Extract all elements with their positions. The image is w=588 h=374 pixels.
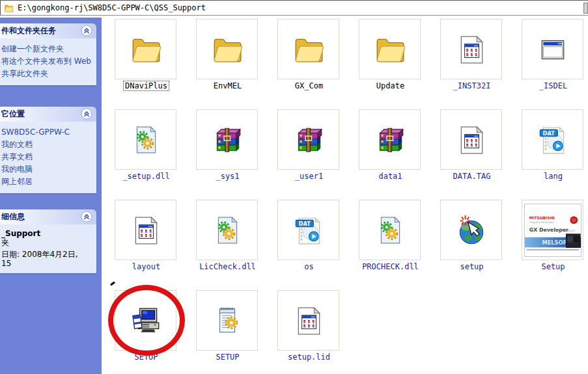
file-item-setup-inf[interactable]: SETUP (196, 290, 259, 364)
chevron-up-icon[interactable] (81, 211, 92, 222)
details-folder-name: _Support (1, 229, 92, 238)
file-label[interactable]: data1 (359, 172, 422, 181)
file-thumbnail[interactable] (277, 19, 339, 79)
file-label[interactable]: Setup (522, 262, 585, 271)
address-path[interactable]: E:\gongkong-rj\SW8D5C-GPPW-C\QSS_Support (18, 3, 206, 12)
chevron-up-icon[interactable] (81, 108, 92, 120)
panel-title: 它位置 (1, 109, 25, 120)
file-label[interactable]: PROCHECK.dll (359, 262, 422, 271)
setup-information-icon (211, 304, 244, 337)
file-label[interactable]: DATA.TAG (440, 172, 503, 181)
dat-media-icon (537, 124, 569, 156)
file-thumbnail[interactable] (522, 109, 583, 170)
file-grid: DNaviPlus EnvMEL GX_Com Update _INST32I … (102, 16, 588, 364)
file-item-gxcom[interactable]: GX_Com (277, 19, 341, 92)
link-parent-folder[interactable]: SW8D5C-GPPW-C (1, 126, 92, 139)
file-item-user1[interactable]: _user1 (277, 109, 341, 183)
file-thumbnail[interactable] (196, 109, 258, 170)
file-thumbnail[interactable] (115, 290, 176, 351)
file-item-lang[interactable]: lang (522, 109, 585, 183)
link-new-folder[interactable]: 创建一个新文件夹 (1, 43, 92, 55)
file-thumbnail[interactable] (440, 109, 502, 170)
file-label[interactable]: _user1 (277, 172, 341, 181)
folder-icon (374, 33, 406, 66)
file-item-setup-exe[interactable]: SETUP (115, 290, 178, 364)
file-label[interactable]: GX_Com (277, 81, 341, 90)
panel-other-places-header[interactable]: 它位置 (0, 107, 96, 122)
file-item-setupdll[interactable]: _setup.dll (115, 109, 178, 183)
link-publish-web[interactable]: 将这个文件夹发布到 Web (1, 55, 92, 68)
file-item-setup-bitmap[interactable]: MITSUBISHI Integrated FA Software GX Dev… (522, 200, 585, 273)
file-label[interactable]: setup (440, 262, 503, 271)
file-thumbnail[interactable] (359, 109, 421, 170)
file-label[interactable]: setup.lid (277, 353, 341, 362)
file-thumbnail[interactable] (277, 109, 339, 170)
file-item-setup-html[interactable]: setup (440, 200, 503, 273)
file-item-envmel[interactable]: EnvMEL (196, 19, 259, 92)
document-window-icon (130, 214, 162, 247)
file-item-procheckdll[interactable]: PROCHECK.dll (359, 200, 422, 273)
file-item-os[interactable]: os (277, 200, 341, 273)
file-label[interactable]: _setup.dll (115, 172, 178, 181)
file-label[interactable]: LicCheck.dll (196, 262, 259, 271)
explorer-window: E:\gongkong-rj\SW8D5C-GPPW-C\QSS_Support… (0, 0, 588, 374)
panel-title: 细信息 (1, 211, 25, 222)
file-thumbnail[interactable] (277, 200, 339, 260)
file-item-isdel[interactable]: _ISDEL (522, 19, 585, 92)
panel-file-tasks-header[interactable]: 件和文件夹任务 (0, 23, 96, 38)
file-thumbnail[interactable] (277, 290, 339, 351)
file-item-datatag[interactable]: DATA.TAG (440, 109, 503, 183)
address-bar[interactable]: E:\gongkong-rj\SW8D5C-GPPW-C\QSS_Support (0, 0, 588, 16)
file-thumbnail[interactable] (115, 200, 176, 260)
document-window-icon (455, 124, 488, 156)
file-thumbnail[interactable] (359, 19, 421, 79)
file-label[interactable]: os (277, 262, 341, 271)
chevron-up-icon[interactable] (81, 25, 92, 36)
thumb-tagline-text: Integrated FA Software (529, 221, 553, 224)
file-thumbnail[interactable] (196, 19, 258, 79)
file-label[interactable]: lang (522, 172, 585, 181)
file-thumbnail[interactable] (115, 19, 176, 79)
file-thumbnail[interactable] (115, 109, 176, 170)
file-label[interactable]: Update (359, 81, 422, 90)
link-my-documents[interactable]: 我的文档 (1, 139, 92, 151)
dll-gears-icon (211, 214, 244, 247)
file-thumbnail[interactable] (522, 19, 583, 79)
file-label[interactable]: SETUP (196, 353, 259, 362)
file-label[interactable]: SETUP (115, 353, 178, 362)
rar-archive-icon (374, 124, 406, 156)
folder-icon (3, 3, 14, 13)
link-network-places[interactable]: 网上邻居 (1, 176, 92, 188)
dll-gears-icon (374, 214, 406, 247)
folder-icon (292, 33, 325, 66)
file-item-dnaviplus[interactable]: DNaviPlus (115, 19, 178, 92)
file-label[interactable]: _sys1 (196, 172, 259, 181)
file-item-inst32i[interactable]: _INST32I (440, 19, 503, 92)
panel-details-header[interactable]: 细信息 (0, 209, 96, 224)
file-item-layout[interactable]: layout (115, 200, 178, 273)
file-thumbnail[interactable]: MITSUBISHI Integrated FA Software GX Dev… (522, 200, 583, 260)
thumb-version-text: Version 8 (565, 229, 574, 232)
file-item-update[interactable]: Update (359, 19, 422, 92)
link-my-computer[interactable]: 我的电脑 (1, 163, 92, 176)
task-pane-sidebar: 件和文件夹任务 创建一个新文件夹 将这个文件夹发布到 Web 共享此文件夹 它位… (0, 18, 102, 374)
file-item-sys1[interactable]: _sys1 (196, 109, 259, 183)
file-thumbnail[interactable] (440, 200, 502, 260)
file-label[interactable]: _ISDEL (522, 81, 585, 90)
file-item-liccheckdll[interactable]: LicCheck.dll (196, 200, 259, 273)
file-thumbnail[interactable] (359, 200, 421, 260)
link-share-folder[interactable]: 共享此文件夹 (1, 68, 92, 80)
file-thumbnail[interactable] (196, 200, 258, 260)
file-label[interactable]: EnvMEL (196, 81, 259, 90)
file-item-data1[interactable]: data1 (359, 109, 422, 183)
file-label[interactable]: DNaviPlus (115, 81, 178, 90)
file-label[interactable]: layout (115, 262, 178, 271)
link-shared-documents[interactable]: 共享文档 (1, 151, 92, 163)
application-window-icon (537, 33, 569, 66)
dll-gears-icon (130, 124, 162, 156)
file-label[interactable]: _INST32I (440, 81, 503, 90)
file-item-setuplid[interactable]: setup.lid (277, 290, 341, 364)
file-thumbnail[interactable] (196, 290, 258, 351)
file-thumbnail[interactable] (440, 19, 502, 79)
panel-file-tasks-body: 创建一个新文件夹 将这个文件夹发布到 Web 共享此文件夹 (0, 38, 96, 85)
